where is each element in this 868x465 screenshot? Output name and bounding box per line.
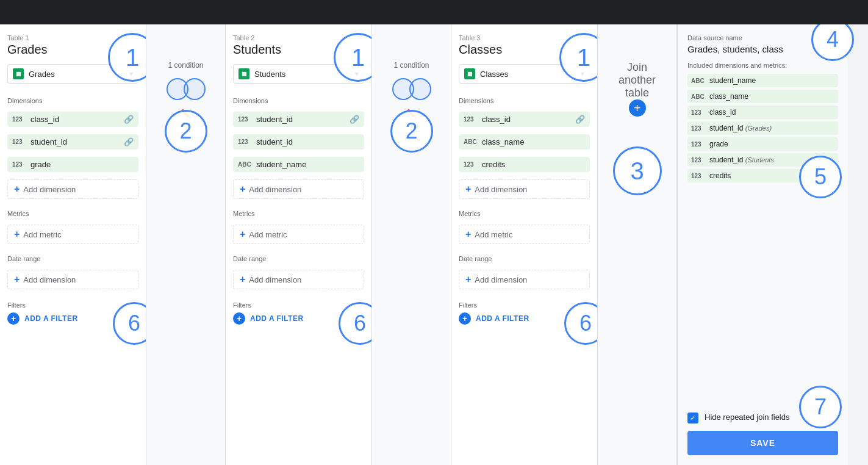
plus-icon-7: +: [465, 184, 471, 195]
table1-metrics-label: Metrics: [7, 210, 138, 217]
table2-add-filter-btn[interactable]: + ADD A FILTER: [233, 312, 364, 325]
sheet-icon-1: ▦: [13, 68, 24, 79]
link-icon-4: 🔗: [575, 115, 585, 124]
table2-daterange-label: Date range: [233, 255, 364, 262]
plus-icon-2: +: [14, 229, 20, 240]
data-source-label: Data source name: [687, 34, 838, 41]
bottom-controls: ✓ Hide repeated join fields SAVE: [687, 402, 838, 455]
table2-selector-label: Students: [254, 70, 350, 79]
table2-name: Students: [233, 43, 281, 57]
table2-panel: 1 6 Table 2 Students ▦ Students ▾ Dimens…: [226, 24, 372, 465]
table2-add-date-btn[interactable]: + Add dimension: [233, 270, 364, 289]
link-icon-3: 🔗: [350, 115, 359, 124]
plus-icon-5: +: [240, 229, 245, 240]
join2-venn: [392, 77, 431, 101]
table2-field-student_id-linked: 123 student_id 🔗: [233, 112, 364, 127]
chevron-icon-2: ▾: [355, 70, 359, 78]
sheet-icon-3: ▦: [464, 68, 475, 79]
plus-icon-4: +: [240, 184, 245, 195]
venn-right-2: [409, 78, 431, 100]
table1-add-metric-btn[interactable]: + Add metric: [7, 225, 138, 244]
link-icon-2: 🔗: [124, 137, 134, 146]
table3-dimensions-label: Dimensions: [459, 97, 590, 104]
table1-dimensions-label: Dimensions: [7, 97, 138, 104]
circle-3: 3: [613, 146, 662, 195]
join1-condition-label: 1 condition: [168, 61, 203, 70]
plus-icon-8: +: [465, 229, 471, 240]
table1-num: Table 1: [7, 34, 48, 41]
plus-icon-3: +: [14, 274, 20, 285]
table3-metrics-label: Metrics: [459, 210, 590, 217]
table2-add-dimension-btn[interactable]: + Add dimension: [233, 179, 364, 199]
join1-panel: 2 1 condition ✏️: [146, 24, 226, 465]
table3-field-class_name: ABC class_name: [459, 134, 590, 150]
dim-student_name: ABC student_name: [687, 74, 838, 87]
table1-add-date-btn[interactable]: + Add dimension: [7, 270, 138, 289]
table1-daterange-label: Date range: [7, 255, 138, 262]
table1-filters: Filters + ADD A FILTER: [7, 301, 138, 325]
table2-header: Table 2 Students: [233, 34, 364, 57]
dim-student_id-grades: 123 student_id (Grades): [687, 121, 838, 135]
join-another-plus-btn[interactable]: +: [629, 99, 646, 117]
dim-class_id: 123 class_id: [687, 106, 838, 119]
save-button[interactable]: SAVE: [687, 431, 838, 455]
included-label: Included dimensions and metrics:: [687, 62, 838, 69]
edit-icon-2[interactable]: ✏️: [406, 109, 417, 118]
join-another-panel: 3 Join another table +: [598, 24, 677, 465]
table1-filters-label: Filters: [7, 301, 138, 309]
table2-field-student_name: ABC student_name: [233, 157, 364, 172]
table1-panel: 1 6 Table 1 Grades ▦ Grades ▾ Dimensions…: [0, 24, 146, 465]
plus-circle-3: +: [459, 312, 471, 325]
table2-add-dim-label: Add dimension: [249, 185, 301, 194]
chevron-icon-3: ▾: [581, 70, 584, 78]
plus-circle-1: +: [7, 312, 20, 325]
chevron-icon-1: ▾: [129, 70, 133, 78]
table3-add-date-label: Add dimension: [475, 275, 527, 284]
dimension-list: ABC student_name ABC class_name 123 clas…: [687, 74, 838, 402]
table3-filters: Filters + ADD A FILTER: [459, 301, 590, 325]
link-icon-1: 🔗: [124, 115, 134, 124]
table3-add-dimension-btn[interactable]: + Add dimension: [459, 179, 590, 199]
plus-icon-1: +: [14, 184, 20, 195]
join1-venn: [167, 77, 206, 101]
dim-student_id-students: 123 student_id (Students: [687, 153, 838, 167]
table1-field-grade: 123 grade: [7, 157, 138, 172]
table3-num: Table 3: [459, 34, 502, 41]
circle-4: 4: [811, 24, 854, 61]
table2-add-filter-label: ADD A FILTER: [250, 314, 304, 323]
edit-icon-1[interactable]: ✏️: [181, 109, 191, 118]
table2-add-date-label: Add dimension: [249, 275, 301, 284]
hide-fields-checkbox[interactable]: ✓: [687, 413, 698, 424]
table3-add-metric-btn[interactable]: + Add metric: [459, 225, 590, 244]
table1-field-student_id: 123 student_id 🔗: [7, 134, 138, 150]
table3-field-credits: 123 credits: [459, 157, 590, 172]
hide-fields-text: Hide repeated join fields: [705, 412, 789, 423]
dim-class_name: ABC class_name: [687, 90, 838, 103]
table3-field-class_id: 123 class_id 🔗: [459, 112, 590, 127]
table3-header: Table 3 Classes: [459, 34, 590, 57]
table1-add-metric-label: Add metric: [23, 230, 61, 239]
plus-circle-2: +: [233, 312, 245, 325]
top-bar: [0, 0, 868, 24]
table2-num: Table 2: [233, 34, 281, 41]
data-source-name: Grades, students, class: [687, 44, 838, 54]
table2-dimensions-label: Dimensions: [233, 97, 364, 104]
table2-add-metric-label: Add metric: [249, 230, 287, 239]
dim-grade: 123 grade: [687, 137, 838, 151]
table3-selector[interactable]: ▦ Classes ▾: [459, 64, 590, 84]
table2-add-metric-btn[interactable]: + Add metric: [233, 225, 364, 244]
table1-add-date-label: Add dimension: [23, 275, 76, 284]
dim-credits: 123 credits: [687, 169, 838, 182]
hide-fields-row: ✓ Hide repeated join fields: [687, 412, 838, 424]
main-container: 1 6 Table 1 Grades ▦ Grades ▾ Dimensions…: [0, 24, 868, 465]
right-panel: 4 5 7 Data source name Grades, students,…: [677, 24, 848, 465]
table3-panel: 1 6 Table 3 Classes ▦ Classes ▾ Dimensio…: [451, 24, 598, 465]
venn-right-1: [184, 78, 206, 100]
table1-add-filter-btn[interactable]: + ADD A FILTER: [7, 312, 138, 325]
table3-add-filter-btn[interactable]: + ADD A FILTER: [459, 312, 590, 325]
table3-add-date-btn[interactable]: + Add dimension: [459, 270, 590, 289]
table2-selector[interactable]: ▦ Students ▾: [233, 64, 364, 84]
table2-metrics-label: Metrics: [233, 210, 364, 217]
table1-selector[interactable]: ▦ Grades ▾: [7, 64, 138, 84]
table1-add-dimension-btn[interactable]: + Add dimension: [7, 179, 138, 199]
